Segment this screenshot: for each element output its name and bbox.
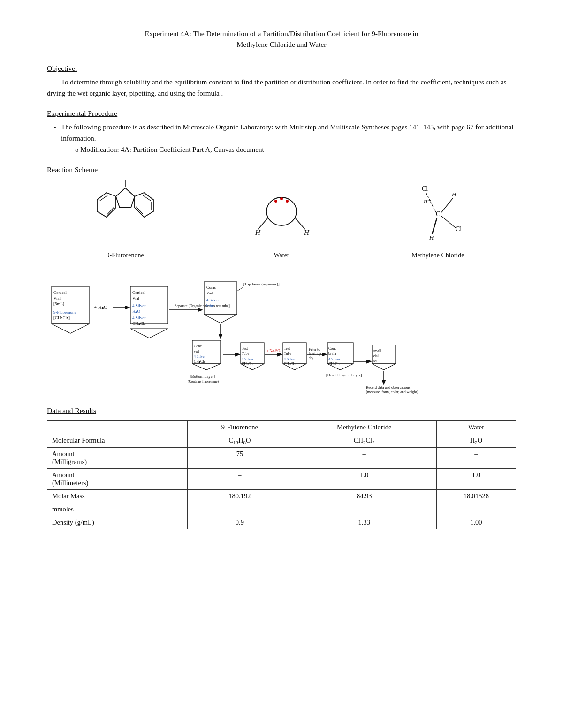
methylene-chloride-label: Methylene Chloride bbox=[360, 252, 516, 259]
objective-section: Objective: To determine through solubili… bbox=[47, 64, 516, 99]
procedure-subbullet-1: Modification: 4A: Partition Coefficient … bbox=[75, 144, 516, 155]
svg-text:Record data and observations: Record data and observations bbox=[366, 385, 410, 390]
svg-marker-62 bbox=[192, 364, 221, 370]
svg-marker-2 bbox=[116, 188, 135, 208]
cell-water-mm: 18.01528 bbox=[436, 490, 516, 503]
cell-fluorenone-mg: 75 bbox=[188, 448, 292, 469]
svg-text:H₂O: H₂O bbox=[132, 309, 140, 314]
water-block: H H Water bbox=[203, 179, 359, 259]
svg-line-17 bbox=[296, 218, 305, 229]
svg-text:4 Silver: 4 Silver bbox=[132, 315, 145, 320]
procedure-sketch-svg: Conical Vial [5mL] 9-Fluorenone [CH₂Cl₂]… bbox=[47, 268, 516, 394]
data-results-heading: Data and Results bbox=[47, 406, 516, 415]
svg-text:4 Silver: 4 Silver bbox=[132, 303, 145, 308]
svg-text:+ H₂O: + H₂O bbox=[94, 304, 107, 310]
svg-text:(Contains fluorenone): (Contains fluorenone) bbox=[188, 379, 219, 383]
svg-text:dry: dry bbox=[309, 356, 313, 360]
reaction-scheme-section: Reaction Scheme O bbox=[47, 165, 516, 396]
svg-text:H: H bbox=[304, 229, 310, 236]
svg-text:Conc: Conc bbox=[328, 346, 336, 351]
row-label-molecular-formula: Molecular Formula bbox=[47, 434, 188, 448]
svg-text:CH₂Cl₂: CH₂Cl₂ bbox=[132, 321, 146, 326]
svg-text:+ Na₂SO₄: + Na₂SO₄ bbox=[266, 349, 282, 353]
cell-methylene-formula: CH2Cl2 bbox=[292, 434, 436, 448]
svg-text:[measure: form, color, and wei: [measure: form, color, and weight] bbox=[366, 390, 418, 394]
procedure-diagram-container: Conical Vial [5mL] 9-Fluorenone [CH₂Cl₂]… bbox=[47, 268, 516, 396]
svg-text:Vial: Vial bbox=[53, 296, 61, 300]
cell-fluorenone-ml: – bbox=[188, 469, 292, 490]
svg-text:vial: vial bbox=[373, 354, 379, 358]
svg-text:Cl: Cl bbox=[456, 225, 462, 233]
row-label-density: Density (g/mL) bbox=[47, 516, 188, 529]
svg-text:[CH₂Cl₂]: [CH₂Cl₂] bbox=[53, 315, 70, 320]
svg-text:[Dried Organic Layer]: [Dried Organic Layer] bbox=[326, 373, 362, 377]
procedure-section: Experimental Procedure The following pro… bbox=[47, 109, 516, 155]
svg-text:Conical: Conical bbox=[132, 290, 145, 295]
methylene-chloride-svg: C Cl Cl H H H''' bbox=[400, 179, 475, 249]
cell-water-formula: H2O bbox=[436, 434, 516, 448]
svg-text:vial: vial bbox=[194, 349, 200, 353]
svg-line-15 bbox=[258, 218, 267, 229]
svg-marker-35 bbox=[52, 324, 89, 333]
reaction-scheme-area: O 9-Flurorenone bbox=[47, 179, 516, 396]
fluorenone-block: O 9-Flurorenone bbox=[47, 179, 203, 259]
table-row: Amount(Millimeters) – 1.0 1.0 bbox=[47, 469, 516, 490]
svg-text:Tube: Tube bbox=[242, 352, 250, 356]
svg-text:sol.: sol. bbox=[373, 359, 378, 363]
svg-text:4 Silver: 4 Silver bbox=[194, 354, 205, 359]
table-header-row: 9-Fluorenone Methylene Chloride Water bbox=[47, 420, 516, 434]
svg-text:O: O bbox=[123, 179, 127, 180]
table-row: Molecular Formula C13H8O CH2Cl2 H2O bbox=[47, 434, 516, 448]
molecules-row: O 9-Flurorenone bbox=[47, 179, 516, 259]
svg-text:brain: brain bbox=[328, 352, 336, 356]
svg-text:Vial: Vial bbox=[132, 296, 139, 300]
svg-text:Separate [Organic phase to tes: Separate [Organic phase to test tube] bbox=[175, 304, 230, 308]
procedure-bullet-1: The following procedure is as described … bbox=[61, 121, 516, 155]
svg-text:Vial: Vial bbox=[206, 291, 213, 295]
table-row: Amount(Milligrams) 75 – – bbox=[47, 448, 516, 469]
water-svg: H H bbox=[244, 179, 319, 249]
cell-fluorenone-density: 0.9 bbox=[188, 516, 292, 529]
cell-methylene-density: 1.33 bbox=[292, 516, 436, 529]
col-header-row-label bbox=[47, 420, 188, 434]
cell-fluorenone-formula: C13H8O bbox=[188, 434, 292, 448]
svg-text:[Top layer (aqueous)]: [Top layer (aqueous)] bbox=[243, 282, 280, 286]
svg-marker-45 bbox=[130, 329, 168, 338]
svg-point-12 bbox=[274, 200, 277, 203]
col-header-water: Water bbox=[436, 420, 516, 434]
svg-text:C: C bbox=[436, 210, 440, 218]
table-row: mmoles – – – bbox=[47, 503, 516, 516]
svg-marker-96 bbox=[372, 364, 396, 370]
svg-point-14 bbox=[286, 200, 289, 203]
cell-fluorenone-mm: 180.192 bbox=[188, 490, 292, 503]
objective-heading: Objective: bbox=[47, 64, 516, 73]
cell-fluorenone-mmol: – bbox=[188, 503, 292, 516]
svg-text:[5mL]: [5mL] bbox=[53, 301, 64, 306]
data-table: 9-Fluorenone Methylene Chloride Water Mo… bbox=[47, 420, 516, 530]
cell-water-mmol: – bbox=[436, 503, 516, 516]
svg-text:H''': H''' bbox=[423, 199, 431, 204]
cell-methylene-ml: 1.0 bbox=[292, 469, 436, 490]
svg-text:[Bottom Layer]: [Bottom Layer] bbox=[190, 374, 215, 379]
svg-marker-53 bbox=[204, 315, 237, 323]
svg-text:Filter to: Filter to bbox=[309, 347, 320, 352]
svg-line-55 bbox=[237, 287, 243, 291]
cell-methylene-mg: – bbox=[292, 448, 436, 469]
svg-text:CH₂Cl₂: CH₂Cl₂ bbox=[194, 360, 205, 364]
svg-text:H: H bbox=[255, 229, 261, 236]
col-header-methylene: Methylene Chloride bbox=[292, 420, 436, 434]
svg-text:brine: brine bbox=[206, 303, 215, 308]
data-results-section: Data and Results 9-Fluorenone Methylene … bbox=[47, 406, 516, 530]
cell-water-density: 1.00 bbox=[436, 516, 516, 529]
procedure-heading: Experimental Procedure bbox=[47, 109, 516, 118]
objective-text: To determine through solubility and the … bbox=[47, 76, 516, 99]
table-row: Molar Mass 180.192 84.93 18.01528 bbox=[47, 490, 516, 503]
svg-line-24 bbox=[441, 198, 453, 212]
cell-water-mg: – bbox=[436, 448, 516, 469]
svg-text:4 Silver: 4 Silver bbox=[284, 357, 296, 361]
svg-text:Conic: Conic bbox=[206, 285, 216, 290]
svg-point-13 bbox=[280, 197, 283, 200]
svg-text:Tube: Tube bbox=[284, 352, 292, 356]
methylene-chloride-block: C Cl Cl H H H''' Methy bbox=[360, 179, 516, 259]
row-label-mmoles: mmoles bbox=[47, 503, 188, 516]
